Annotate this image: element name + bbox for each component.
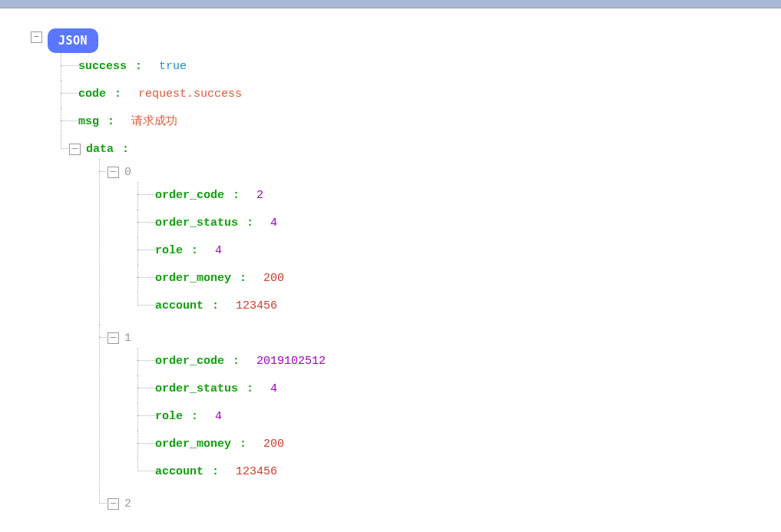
json-key: data bbox=[86, 143, 114, 156]
collapse-icon[interactable]: − bbox=[108, 498, 119, 510]
colon: : bbox=[240, 438, 247, 451]
array-index: 1 bbox=[124, 332, 131, 345]
json-key: order_status bbox=[155, 216, 238, 230]
json-value: 2 bbox=[256, 189, 263, 202]
json-node-account[interactable]: account : 123456 bbox=[146, 292, 781, 320]
json-node-order_money[interactable]: order_money : 200 bbox=[146, 265, 781, 292]
colon: : bbox=[135, 60, 142, 73]
colon: : bbox=[212, 465, 219, 478]
json-node-role[interactable]: role : 4 bbox=[146, 403, 781, 431]
json-key: account bbox=[155, 299, 204, 312]
json-key: msg bbox=[78, 115, 99, 128]
json-node-account[interactable]: account : 123456 bbox=[146, 458, 781, 486]
json-node-success[interactable]: success : true bbox=[69, 53, 781, 81]
json-key: order_code bbox=[155, 189, 224, 202]
json-value: 4 bbox=[215, 410, 222, 423]
json-key: role bbox=[155, 410, 183, 423]
json-node-role[interactable]: role : 4 bbox=[146, 237, 781, 265]
json-array-item-2[interactable]: − 2 bbox=[108, 491, 781, 518]
json-array-item-1[interactable]: − 1 order_code : 2019102512 o bbox=[108, 325, 781, 491]
colon: : bbox=[247, 382, 253, 395]
json-node-order_status[interactable]: order_status : 4 bbox=[146, 210, 781, 237]
json-node-order_code[interactable]: order_code : 2019102512 bbox=[146, 348, 781, 375]
window-titlebar bbox=[0, 0, 781, 8]
json-root-node[interactable]: − JSON success : true code : request.suc… bbox=[31, 24, 781, 527]
collapse-icon[interactable]: − bbox=[69, 144, 81, 155]
json-key: order_money bbox=[155, 272, 231, 285]
json-key: success bbox=[78, 60, 127, 73]
json-value: 123456 bbox=[236, 465, 277, 478]
json-value: 200 bbox=[263, 438, 284, 451]
array-index: 0 bbox=[124, 166, 131, 179]
colon: : bbox=[191, 244, 198, 257]
collapse-icon[interactable]: − bbox=[108, 332, 119, 344]
collapse-icon[interactable]: − bbox=[108, 167, 119, 178]
json-value: 123456 bbox=[236, 299, 277, 312]
json-key: code bbox=[78, 88, 106, 101]
json-root-badge: JSON bbox=[48, 28, 98, 53]
json-value: 4 bbox=[270, 382, 277, 395]
colon: : bbox=[191, 410, 198, 423]
json-value: 2019102512 bbox=[256, 355, 326, 368]
json-viewer: − JSON success : true code : request.suc… bbox=[0, 8, 781, 527]
json-value: 200 bbox=[263, 272, 284, 285]
json-key: account bbox=[155, 465, 204, 478]
colon: : bbox=[233, 355, 240, 368]
json-key: order_money bbox=[155, 438, 231, 451]
json-node-msg[interactable]: msg : 请求成功 bbox=[69, 108, 781, 136]
colon: : bbox=[247, 216, 253, 230]
json-value: true bbox=[159, 60, 187, 73]
colon: : bbox=[122, 143, 129, 156]
json-node-order_status[interactable]: order_status : 4 bbox=[146, 375, 781, 403]
array-index: 2 bbox=[124, 497, 131, 511]
colon: : bbox=[114, 88, 121, 101]
colon: : bbox=[240, 272, 247, 285]
collapse-icon[interactable]: − bbox=[31, 31, 42, 43]
colon: : bbox=[212, 299, 219, 312]
json-value: 4 bbox=[215, 244, 222, 257]
json-node-order_money[interactable]: order_money : 200 bbox=[146, 431, 781, 458]
json-value: request.success bbox=[138, 88, 242, 101]
colon: : bbox=[233, 189, 240, 202]
json-key: order_status bbox=[155, 382, 238, 395]
json-key: order_code bbox=[155, 355, 224, 368]
json-node-data[interactable]: − data : − 0 order_code : bbox=[69, 136, 781, 523]
json-node-order_code[interactable]: order_code : 2 bbox=[146, 182, 781, 210]
json-array-item-0[interactable]: − 0 order_code : 2 order_stat bbox=[108, 159, 781, 325]
json-value: 请求成功 bbox=[131, 115, 177, 128]
json-node-code[interactable]: code : request.success bbox=[69, 81, 781, 108]
colon: : bbox=[108, 115, 114, 128]
json-key: role bbox=[155, 244, 183, 257]
json-value: 4 bbox=[270, 216, 277, 230]
